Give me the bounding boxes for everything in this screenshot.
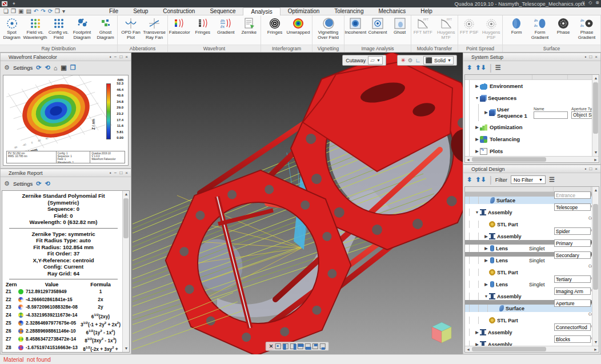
scroll-thumb[interactable] bbox=[593, 82, 598, 134]
scroll-up-icon[interactable]: ▲ bbox=[592, 75, 599, 82]
tree-row-main[interactable]: ▼Assembly bbox=[465, 209, 599, 216]
tree-item-plots[interactable]: ▶Plots bbox=[465, 145, 599, 157]
menu-item-analysis[interactable]: Analysis bbox=[243, 7, 280, 15]
identifier-input[interactable] bbox=[554, 251, 591, 259]
tree-arrow-icon[interactable]: ▼ bbox=[483, 294, 489, 298]
axes-cross-icon[interactable]: ✳ bbox=[400, 57, 405, 63]
ribbon-button-unwrapped[interactable]: Unwrapped bbox=[287, 17, 310, 35]
ribbon-button-opd-fan-plot[interactable]: OPD Fan Plot bbox=[119, 17, 143, 40]
optical-design-tree[interactable]: IdentifierCommSurfaceIdentifierComm▼Asse… bbox=[464, 186, 599, 353]
identifier-input[interactable] bbox=[554, 323, 591, 331]
optical-row-aperture[interactable]: IdentifierCommSurface bbox=[465, 300, 599, 312]
scroll-left-icon[interactable]: ◄ bbox=[465, 157, 471, 163]
optical-design-hscrollbar[interactable]: ◄ ► bbox=[465, 346, 599, 352]
close-views-icon[interactable]: ✕ bbox=[269, 343, 274, 349]
save-plot-icon[interactable]: ▣ bbox=[61, 64, 66, 71]
tree-arrow-icon[interactable]: ▶ bbox=[483, 258, 489, 263]
home-view-icon[interactable]: ⌂ bbox=[54, 65, 58, 71]
scroll-down-icon[interactable]: ▼ bbox=[592, 149, 599, 156]
zernike-panel-header[interactable]: Zernike Report ▪−□× bbox=[1, 169, 131, 177]
maximize-icon[interactable]: □ bbox=[589, 166, 592, 171]
maximize-icon[interactable]: □ bbox=[119, 54, 122, 59]
tree-arrow-icon[interactable]: ▼ bbox=[474, 210, 480, 214]
open-file-icon[interactable]: ❐ bbox=[11, 8, 16, 15]
scroll-thumb[interactable] bbox=[123, 198, 129, 238]
ribbon-button-form[interactable]: Form bbox=[505, 17, 528, 35]
ribbon-button-gradient[interactable]: ∂h∂xGradient bbox=[214, 17, 238, 35]
identifier-input[interactable] bbox=[554, 287, 591, 295]
minimize-icon[interactable]: − bbox=[114, 54, 117, 59]
tree-item-environment[interactable]: ▶Environment bbox=[465, 80, 599, 92]
expand-all-icon[interactable]: ⬍ bbox=[467, 64, 472, 71]
minimize-icon[interactable]: − bbox=[114, 170, 117, 175]
ribbon-button-field-vs-wavelength[interactable]: Field vs. Wavelength bbox=[23, 17, 47, 40]
pin-icon[interactable]: ✦ bbox=[12, 1, 16, 6]
menu-item-mechanics[interactable]: Mechanics bbox=[371, 7, 413, 15]
tree-item-optimization[interactable]: ▶Optimization bbox=[465, 121, 599, 133]
menu-item-tolerancing[interactable]: Tolerancing bbox=[327, 7, 371, 15]
view-cube-button-5[interactable] bbox=[304, 343, 310, 349]
cutaway-dropdown[interactable]: ▱▼ bbox=[368, 56, 383, 65]
collapse-all-icon[interactable]: ⬆⬇ bbox=[475, 64, 486, 71]
collapse-all-icon[interactable]: ⬆⬇ bbox=[475, 176, 486, 183]
close-icon[interactable]: × bbox=[595, 54, 598, 59]
export-icon[interactable]: ❒ bbox=[70, 64, 76, 71]
tree-arrow-icon[interactable]: ▶ bbox=[474, 149, 480, 154]
pin-icon[interactable]: ▪ bbox=[110, 54, 111, 59]
auto-refresh-icon[interactable]: ⟲ bbox=[45, 64, 50, 71]
ribbon-button-ghost-diagram[interactable]: Ghost Diagram bbox=[94, 17, 117, 40]
view-cube-button-3[interactable] bbox=[290, 343, 295, 349]
menu-icon[interactable]: ☰ bbox=[495, 64, 501, 71]
scroll-left-icon[interactable]: ◄ bbox=[465, 346, 471, 353]
identifier-input[interactable] bbox=[554, 227, 591, 235]
identifier-input[interactable] bbox=[554, 191, 591, 199]
optical-row-spider[interactable]: IdentifierComm▶Assembly bbox=[465, 228, 599, 240]
tree-arrow-icon[interactable]: ▶ bbox=[474, 137, 480, 142]
menu-item-file[interactable]: File bbox=[102, 7, 126, 15]
more-icon[interactable]: ▾ bbox=[62, 8, 65, 15]
maximize-icon[interactable]: □ bbox=[119, 170, 122, 175]
optical-row-entrance[interactable]: IdentifierCommSurface bbox=[465, 192, 599, 204]
shading-dropdown[interactable]: ⬛ Solid ▼ bbox=[423, 56, 454, 65]
ribbon-button-zernike[interactable]: Zernike bbox=[238, 17, 261, 35]
ribbon-button-coherent[interactable]: Coherent bbox=[367, 17, 389, 35]
ribbon-button-transverse-ray-fan[interactable]: Transverse Ray Fan bbox=[143, 17, 166, 40]
optical-row-stl-part[interactable]: CommSTL Part bbox=[465, 216, 599, 228]
menu-item-help[interactable]: Help bbox=[413, 7, 440, 15]
optical-row-tertiary[interactable]: IdentifierComm▶LensSinglet bbox=[465, 276, 599, 288]
optical-row-imaging-arm[interactable]: IdentifierComm▼Assembly bbox=[465, 288, 599, 300]
view-cube-button-6[interactable] bbox=[312, 343, 318, 349]
tree-row-main[interactable]: Surface bbox=[465, 305, 599, 312]
optical-row-telescope[interactable]: IdentifierComm▼Assembly bbox=[465, 204, 599, 216]
gear-icon[interactable]: ⚙ bbox=[408, 57, 413, 63]
save-icon[interactable]: ▣ bbox=[18, 8, 23, 15]
tree-arrow-icon[interactable]: ▶ bbox=[483, 246, 489, 251]
scroll-right-icon[interactable]: ► bbox=[592, 346, 599, 353]
orientation-cube[interactable] bbox=[431, 321, 452, 344]
scroll-thumb[interactable] bbox=[593, 204, 598, 290]
optical-row-stl-part[interactable]: CommSTL Part bbox=[465, 264, 599, 276]
scroll-up-icon[interactable]: ▲ bbox=[592, 187, 599, 194]
zernike-report-body[interactable]: Zernike Standard Polynomial Fit (Symmetr… bbox=[2, 190, 130, 353]
identifier-input[interactable] bbox=[554, 239, 591, 247]
refresh-icon[interactable]: ⟳ bbox=[36, 64, 41, 71]
optical-row-primary[interactable]: IdentifierComm▶LensSinglet bbox=[465, 240, 599, 252]
menu-icon[interactable]: ☰ bbox=[549, 176, 555, 183]
scroll-right-icon[interactable]: ► bbox=[592, 157, 599, 163]
tree-item-tolerancing[interactable]: ▶Tolerancing bbox=[465, 133, 599, 145]
identifier-input[interactable] bbox=[554, 203, 591, 211]
scroll-thumb[interactable] bbox=[472, 347, 546, 351]
menu-item-optimization[interactable]: Optimization bbox=[281, 7, 327, 15]
close-icon[interactable]: ⊗ bbox=[595, 0, 599, 5]
tree-arrow-icon[interactable]: ▶ bbox=[474, 330, 480, 335]
ribbon-button-config-vs-field[interactable]: Config vs. Field bbox=[47, 17, 70, 40]
minimize-icon[interactable]: ∨ bbox=[582, 0, 585, 5]
scroll-down-icon[interactable]: ▼ bbox=[123, 345, 130, 352]
pin-icon[interactable]: ▪ bbox=[585, 166, 587, 171]
filter-dropdown[interactable]: No Filter ▼ bbox=[511, 175, 546, 184]
view-cube-button-7[interactable] bbox=[319, 343, 325, 349]
ribbon-button-footprint-diagram[interactable]: Footprint Diagram bbox=[70, 17, 94, 40]
view-cube-button-4[interactable] bbox=[297, 343, 303, 349]
menu-item-setup[interactable]: Setup bbox=[126, 7, 155, 15]
close-icon[interactable]: × bbox=[125, 170, 128, 175]
